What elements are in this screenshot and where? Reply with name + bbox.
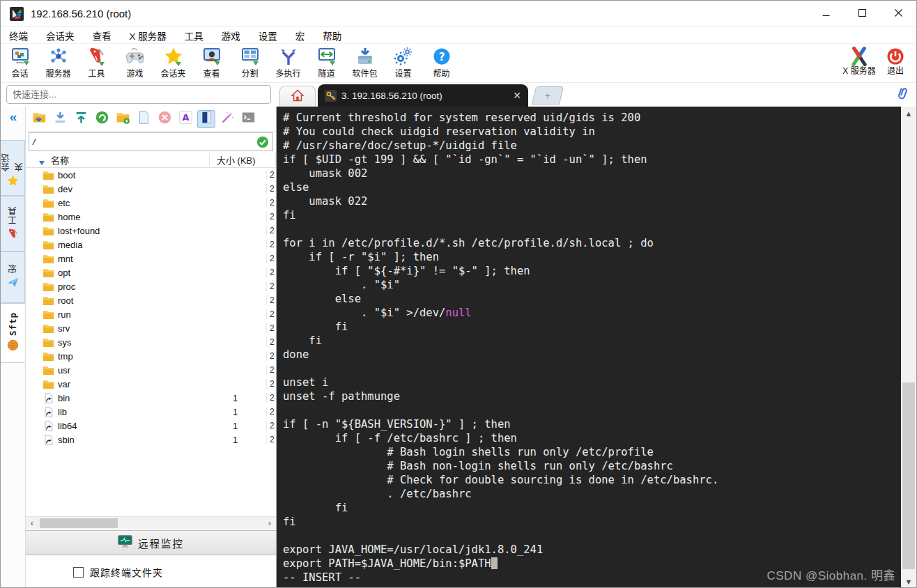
column-name[interactable]: 名称 (51, 153, 209, 167)
path-confirm-icon[interactable] (256, 136, 269, 148)
tree-row-var[interactable]: var2 (26, 377, 276, 391)
tree-row-lib64[interactable]: lib6412 (26, 419, 276, 433)
folder-icon (43, 211, 55, 222)
quick-connect-input[interactable] (6, 85, 271, 104)
toolbar-button-exit[interactable]: 退出 (877, 44, 914, 76)
menu-item-游戏[interactable]: 游戏 (222, 29, 240, 42)
toolbar-label: X 服务器 (842, 67, 875, 76)
terminal[interactable]: # Current threshold for system reserved … (277, 107, 902, 588)
column-size[interactable]: 大小 (KB) (209, 153, 276, 167)
hscroll-thumb[interactable] (40, 518, 118, 528)
terminal-scrollbar[interactable]: ▲ ▼ (901, 107, 916, 588)
new-file-icon (137, 110, 151, 127)
terminal-line: umask 002 (283, 167, 902, 180)
menu-item-查看[interactable]: 查看 (93, 29, 111, 42)
toolbar-button-tools[interactable]: 工具 (77, 44, 116, 79)
toolbar-button-games[interactable]: 游戏 (116, 44, 154, 79)
sftp-path-bar[interactable]: / (29, 132, 273, 151)
paperclip-icon[interactable] (894, 86, 911, 104)
menu-item-设置[interactable]: 设置 (259, 29, 277, 42)
tree-row-proc[interactable]: proc2 (26, 279, 276, 293)
toolbar-button-multiexec[interactable]: 多执行 (269, 44, 307, 79)
collapse-sidebar-button[interactable]: « (1, 107, 26, 127)
follow-terminal-checkbox[interactable] (73, 567, 84, 578)
scroll-up-icon[interactable]: ▲ (901, 107, 916, 121)
tree-row-media[interactable]: media2 (26, 238, 276, 252)
entry-size: 1 (209, 393, 266, 403)
sftp-download-button[interactable] (51, 110, 69, 128)
menu-item-宏[interactable]: 宏 (295, 29, 305, 42)
entry-name: lib (58, 407, 209, 417)
tree-row-bin[interactable]: bin12 (26, 391, 276, 405)
menu-item-X 服务器[interactable]: X 服务器 (130, 29, 167, 42)
main-toolbar: 会话服务器工具游戏会话夹查看分割多执行隧道软件包设置?帮助 X 服务器退出 (1, 44, 916, 83)
toolbar-button-packages[interactable]: 软件包 (346, 44, 384, 79)
vscroll-thumb[interactable] (902, 382, 915, 569)
tree-row-opt[interactable]: opt2 (26, 265, 276, 279)
menu-item-帮助[interactable]: 帮助 (323, 29, 341, 42)
tree-row-etc[interactable]: etc2 (26, 196, 276, 210)
remote-monitoring-button[interactable]: 远程监控 (26, 530, 276, 555)
tree-row-mnt[interactable]: mnt2 (26, 252, 276, 265)
side-tab-label: 会话夹 (0, 146, 26, 171)
sftp-folder-up-button[interactable] (30, 110, 48, 128)
toolbar-button-servers[interactable]: 服务器 (39, 44, 77, 79)
toolbar-button-xserver[interactable]: X 服务器 (841, 44, 877, 76)
sftp-rename-button[interactable]: A (176, 110, 194, 128)
sftp-new-folder-button[interactable] (114, 110, 132, 128)
scroll-left-icon[interactable]: ‹ (26, 517, 38, 529)
tree-row-boot[interactable]: boot2 (26, 168, 276, 182)
view-icon (202, 47, 222, 66)
sftp-upload-button[interactable] (72, 110, 90, 128)
scroll-right-icon[interactable]: › (263, 517, 276, 529)
hscroll-track[interactable] (38, 517, 263, 529)
scroll-down-icon[interactable]: ▼ (901, 575, 916, 588)
toolbar-button-session[interactable]: 会话 (1, 44, 39, 79)
tree-row-lost+found[interactable]: lost+found2 (26, 224, 276, 238)
entry-name: run (58, 309, 209, 320)
tree-row-dev[interactable]: dev2 (26, 182, 276, 196)
sftp-refresh-button[interactable] (93, 110, 111, 128)
tree-row-sbin[interactable]: sbin12 (26, 433, 276, 447)
window-minimize-button[interactable] (808, 1, 844, 27)
tree-row-lib[interactable]: lib12 (26, 405, 276, 419)
sftp-editor-button[interactable] (197, 110, 215, 128)
terminal-line (283, 403, 902, 417)
sftp-terminal-icon-button[interactable] (239, 110, 257, 128)
sftp-new-file-button[interactable] (134, 110, 153, 128)
menu-item-会话夹[interactable]: 会话夹 (46, 29, 75, 42)
horizontal-scrollbar[interactable]: ‹ › (26, 516, 276, 529)
tree-row-sys[interactable]: sys2 (26, 335, 276, 349)
side-tab-会话夹[interactable]: 会话夹 (1, 140, 25, 196)
tree-row-root[interactable]: root2 (26, 293, 276, 307)
sftp-delete-button[interactable] (155, 110, 174, 128)
tree-row-usr[interactable]: usr2 (26, 363, 276, 377)
toolbar-button-tunnel[interactable]: 隧道 (307, 44, 346, 79)
tree-row-run[interactable]: run2 (26, 307, 276, 321)
toolbar-button-settings[interactable]: 设置 (384, 44, 422, 79)
side-tab-Sftp[interactable]: Sftp (1, 303, 25, 363)
sort-caret-icon[interactable] (38, 157, 45, 163)
tree-row-home[interactable]: home2 (26, 210, 276, 224)
side-tab-工具[interactable]: 工具 (1, 196, 25, 252)
side-tab-宏[interactable]: 宏 (1, 252, 25, 303)
window-maximize-button[interactable] (844, 1, 880, 27)
tree-row-srv[interactable]: srv2 (26, 321, 276, 335)
entry-modified-clipped: 2 (266, 281, 276, 291)
toolbar-button-view[interactable]: 查看 (192, 44, 231, 79)
menu-item-工具[interactable]: 工具 (185, 29, 203, 42)
toolbar-button-help[interactable]: ?帮助 (422, 44, 461, 79)
sftp-wand-button[interactable] (218, 110, 236, 128)
toolbar-button-star[interactable]: 会话夹 (154, 44, 192, 79)
folder-icon (43, 197, 55, 208)
window-close-button[interactable] (880, 1, 916, 27)
tree-row-tmp[interactable]: tmp2 (26, 349, 276, 363)
file-tree-header[interactable]: 名称 大小 (KB) (26, 153, 276, 168)
new-tab-button[interactable]: + (532, 86, 564, 105)
help-icon: ? (432, 47, 452, 66)
toolbar-button-split[interactable]: 分割 (231, 44, 269, 79)
tab-close-icon[interactable]: ✕ (513, 91, 521, 100)
tab-active-session[interactable]: 3. 192.168.56.210 (root) ✕ (318, 84, 528, 107)
menu-item-终端[interactable]: 终端 (9, 29, 28, 42)
tab-home[interactable] (279, 86, 316, 107)
